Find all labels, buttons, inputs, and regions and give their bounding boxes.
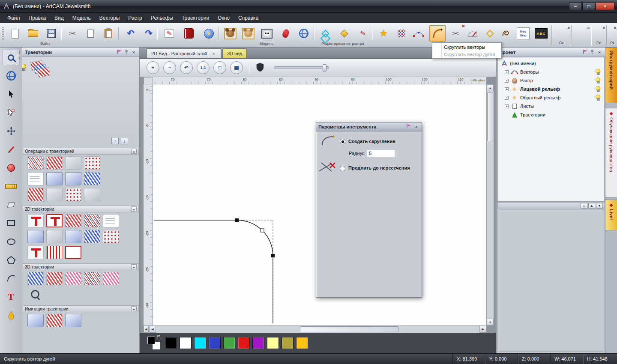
cut-icon[interactable]: ✂ xyxy=(64,25,81,42)
zoom-out-icon[interactable]: − xyxy=(163,61,176,74)
text-tool-icon[interactable]: T xyxy=(3,289,20,304)
bulb-on-icon[interactable] xyxy=(596,95,600,99)
menu-model[interactable]: Модель xyxy=(69,14,95,22)
toolpath-icon[interactable] xyxy=(84,230,100,243)
toolpath-icon[interactable] xyxy=(27,230,44,243)
toolpath-icon[interactable] xyxy=(84,214,100,227)
vertical-scrollbar[interactable]: ▲ ▼ xyxy=(486,84,494,325)
shield-icon[interactable] xyxy=(256,63,264,73)
dialog-header[interactable]: Параметры инструмента × xyxy=(316,122,422,131)
bulb-on-icon[interactable] xyxy=(596,78,600,82)
collapse-section-icon[interactable]: ▲ xyxy=(131,206,137,212)
scroll-left-icon[interactable]: ◀ xyxy=(149,326,156,333)
move-down-button[interactable]: ↓ xyxy=(121,137,128,144)
toolpath-icon[interactable] xyxy=(65,214,81,227)
collapsed-toolbar[interactable]: » Pe xyxy=(591,25,606,45)
toolpath-icon[interactable] xyxy=(84,272,100,285)
panel-close-icon[interactable]: × xyxy=(131,50,137,55)
select-cursor-icon[interactable] xyxy=(3,87,20,102)
tab-assistant[interactable]: Инструментарий xyxy=(605,48,617,103)
toolpath-icon[interactable] xyxy=(65,156,81,170)
scroll-right-icon[interactable]: ▶ xyxy=(479,326,486,333)
swap-colors-icon[interactable]: ⇄ xyxy=(157,334,160,338)
toolpath-icon[interactable] xyxy=(84,188,100,201)
scrollbar-thumb[interactable] xyxy=(487,92,493,141)
tree-row[interactable]: + Векторы xyxy=(498,68,604,76)
wizard-icon[interactable]: ★ xyxy=(201,25,217,42)
zoom-slider-handle[interactable] xyxy=(323,64,326,72)
overflow-chevron-icon[interactable]: » xyxy=(567,25,570,30)
zoom-previous-icon[interactable]: ↶ xyxy=(180,61,193,74)
toolpath-icon[interactable] xyxy=(46,188,63,201)
toolbar-gripper[interactable] xyxy=(2,27,4,40)
bulb-on-icon[interactable] xyxy=(596,86,600,91)
toolpath-icon[interactable] xyxy=(46,272,63,285)
shape-editor-icon[interactable] xyxy=(317,25,333,42)
new-document-icon[interactable] xyxy=(7,25,23,42)
palette-swatch[interactable] xyxy=(282,337,294,349)
palette-swatch[interactable] xyxy=(252,337,264,349)
toolpath-icon[interactable] xyxy=(103,272,119,285)
title-bar[interactable]: (Без имени) - ArtCAM Jewelsmith – □ × xyxy=(0,0,617,13)
menu-item-fillet-arc[interactable]: Скруглить вектор дугой xyxy=(432,51,501,58)
menu-file[interactable]: Файл xyxy=(3,14,24,22)
doodle-icon[interactable] xyxy=(498,25,514,42)
zoom-1to1-icon[interactable]: 1:1 xyxy=(197,61,210,74)
extend-intersect-radio[interactable] xyxy=(340,166,345,171)
flag-icon[interactable] xyxy=(406,124,411,130)
menu-help[interactable]: Справка xyxy=(234,14,262,22)
collapsed-toolbar[interactable]: » Cc xyxy=(552,25,571,45)
trim-vectors-icon[interactable]: ✂× xyxy=(447,25,464,42)
palette-swatch[interactable] xyxy=(267,337,279,349)
toolpath-icon[interactable] xyxy=(46,314,63,327)
palette-swatch[interactable] xyxy=(223,337,235,349)
copy-icon[interactable] xyxy=(82,25,99,42)
tab-2d-view[interactable]: 2D Вид - Растровый слой × xyxy=(147,48,221,58)
model-panda-icon[interactable] xyxy=(259,25,275,42)
tree-row[interactable]: Траектории xyxy=(498,110,604,119)
maximize-button[interactable]: □ xyxy=(582,2,595,10)
create-fillet-radio[interactable] xyxy=(340,139,345,144)
edit-vector-icon[interactable]: ✎ xyxy=(161,25,177,42)
paint-sphere-icon[interactable] xyxy=(3,160,20,176)
section-toolpath-simulation[interactable]: Имитация траектории ▲ xyxy=(23,305,139,312)
sphere-model-icon[interactable] xyxy=(296,25,312,42)
ellipse-tool-icon[interactable] xyxy=(3,234,20,249)
toolpath-icon[interactable] xyxy=(103,230,119,243)
zoom-fit-icon[interactable]: ▦ xyxy=(230,61,243,74)
toolpath-icon[interactable] xyxy=(65,246,81,259)
model-teddy-light-icon[interactable] xyxy=(240,25,256,42)
snap-dots-icon[interactable] xyxy=(393,25,410,42)
tree-row[interactable]: (Без имени) xyxy=(498,59,604,68)
polygon-tool-icon[interactable] xyxy=(3,252,20,268)
overflow-chevron-icon[interactable]: » xyxy=(614,25,616,30)
primary-color-swatch[interactable] xyxy=(147,337,155,344)
polyline-tool-icon[interactable] xyxy=(3,197,20,212)
zoom-in-icon[interactable]: + xyxy=(147,61,159,74)
up-icon[interactable]: ▲ xyxy=(588,203,595,209)
expand-icon[interactable]: + xyxy=(505,87,509,91)
menu-edit[interactable]: Правка xyxy=(25,14,50,22)
palette-swatch[interactable] xyxy=(165,337,177,349)
offset-vector-icon[interactable] xyxy=(482,25,498,42)
rectangle-tool-icon[interactable] xyxy=(3,215,20,231)
menu-window[interactable]: Окно xyxy=(214,14,234,22)
expand-icon[interactable]: + xyxy=(505,70,509,74)
tree-row[interactable]: + Листы xyxy=(498,102,604,110)
tree-row[interactable]: + ✳ Обратный рельеф xyxy=(498,93,604,102)
undo-icon[interactable]: ↶ xyxy=(123,25,139,42)
bitmap-text-icon[interactable]: ABC xyxy=(533,25,549,42)
redo-icon[interactable]: ↷ xyxy=(141,25,157,42)
measure-ruler-icon[interactable] xyxy=(3,179,20,194)
toolpath-icon[interactable] xyxy=(65,314,81,327)
toolpaths-panel-header[interactable]: Траектории × xyxy=(22,48,139,57)
diamond-shape-icon[interactable] xyxy=(336,25,352,42)
palette-swatch[interactable] xyxy=(296,337,308,349)
node-editing-icon[interactable] xyxy=(410,25,427,42)
toolpath-icon[interactable] xyxy=(27,214,44,227)
toolpath-icon[interactable] xyxy=(65,172,81,185)
toolpath-icon[interactable] xyxy=(27,156,44,170)
toolpath-icon[interactable] xyxy=(27,172,44,185)
pin-icon[interactable] xyxy=(590,49,594,55)
toolpath-icon[interactable] xyxy=(27,314,44,327)
